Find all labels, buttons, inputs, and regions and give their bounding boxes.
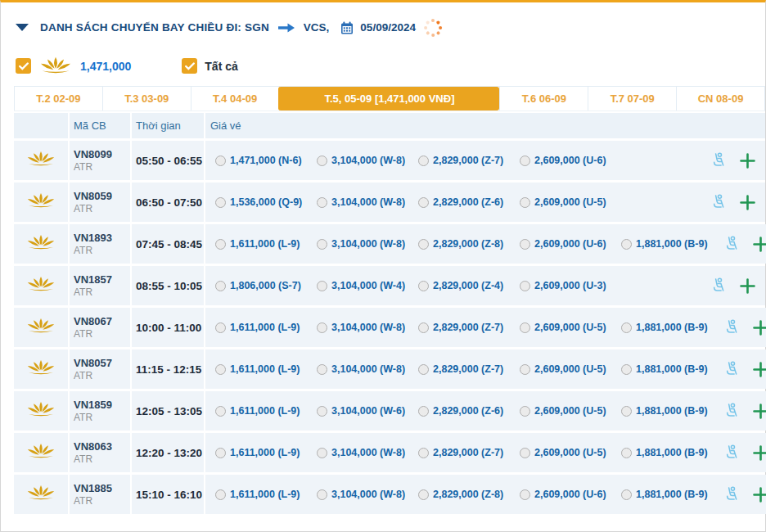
fare-radio[interactable] [418,448,429,458]
fare-radio[interactable] [317,156,327,166]
fare-radio[interactable] [418,156,429,166]
fare-option[interactable]: 1,611,000 (L-9) [215,405,317,417]
fare-option[interactable]: 1,881,000 (B-9) [621,489,723,500]
fare-radio[interactable] [317,322,327,333]
fare-radio[interactable] [621,489,632,500]
fare-option[interactable]: 1,806,000 (S-7) [215,280,317,291]
fare-option[interactable]: 1,611,000 (L-9) [215,363,317,375]
fare-radio[interactable] [215,156,226,166]
fare-option[interactable]: 1,611,000 (L-9) [215,238,317,250]
fare-radio[interactable] [520,197,530,208]
plus-icon[interactable] [740,153,755,169]
fare-option[interactable]: 2,609,000 (U-5) [520,196,621,208]
day-tab-4[interactable]: T.6 06-09 [499,87,588,110]
fare-radio[interactable] [520,448,530,458]
plus-icon[interactable] [753,320,766,336]
fare-option[interactable]: 2,609,000 (U-6) [520,489,621,500]
fare-option[interactable]: 3,104,000 (W-8) [317,447,418,458]
fare-option[interactable]: 2,829,000 (Z-8) [418,238,520,250]
plus-icon[interactable] [753,404,766,419]
fare-radio[interactable] [215,448,226,458]
fare-radio[interactable] [418,197,429,208]
fare-option[interactable]: 2,609,000 (U-6) [520,238,621,250]
seat-map-icon[interactable] [723,235,741,253]
airline-checkbox[interactable] [16,58,31,74]
fare-radio[interactable] [418,322,429,333]
fare-radio[interactable] [621,239,632,250]
fare-radio[interactable] [520,156,530,166]
day-tab-3[interactable]: T.5, 05-09 [1,471,000 VNĐ] [278,87,499,110]
fare-radio[interactable] [418,239,429,250]
seat-map-icon[interactable] [710,151,728,169]
fare-option[interactable]: 1,471,000 (N-6) [215,155,317,166]
seat-map-icon[interactable] [723,318,741,336]
calendar-icon[interactable] [340,21,354,34]
fare-radio[interactable] [317,364,327,375]
fare-option[interactable]: 3,104,000 (W-4) [317,280,418,291]
fare-radio[interactable] [621,364,632,375]
fare-option[interactable]: 2,609,000 (U-5) [520,447,621,458]
fare-radio[interactable] [215,489,226,500]
fare-radio[interactable] [215,239,226,250]
fare-option[interactable]: 3,104,000 (W-8) [317,363,418,375]
fare-radio[interactable] [520,489,530,500]
fare-option[interactable]: 1,611,000 (L-9) [215,447,317,458]
fare-option[interactable]: 3,104,000 (W-8) [317,155,418,166]
fare-option[interactable]: 2,609,000 (U-5) [520,322,621,333]
fare-option[interactable]: 2,609,000 (U-5) [520,363,621,375]
fare-radio[interactable] [215,197,226,208]
fare-radio[interactable] [215,364,226,375]
fare-radio[interactable] [621,406,632,417]
fare-option[interactable]: 1,881,000 (B-9) [621,447,723,458]
fare-option[interactable]: 1,881,000 (B-9) [621,238,723,250]
fare-option[interactable]: 2,829,000 (Z-6) [418,405,520,417]
fare-option[interactable]: 2,609,000 (U-5) [520,405,621,417]
fare-option[interactable]: 2,829,000 (Z-7) [418,155,520,166]
fare-radio[interactable] [418,281,429,291]
seat-map-icon[interactable] [710,193,728,211]
fare-option[interactable]: 1,881,000 (B-9) [621,322,723,333]
fare-radio[interactable] [215,281,226,291]
seat-map-icon[interactable] [723,402,741,420]
fare-radio[interactable] [317,406,327,417]
fare-radio[interactable] [520,364,530,375]
day-tab-5[interactable]: T.7 07-09 [588,87,676,110]
fare-option[interactable]: 3,104,000 (W-8) [317,238,418,250]
fare-option[interactable]: 2,829,000 (Z-8) [418,489,520,500]
fare-option[interactable]: 3,104,000 (W-8) [317,196,418,208]
fare-option[interactable]: 2,609,000 (U-6) [520,155,621,166]
fare-option[interactable]: 3,104,000 (W-8) [317,322,418,333]
fare-radio[interactable] [520,239,530,250]
plus-icon[interactable] [740,195,755,210]
day-tab-6[interactable]: CN 08-09 [676,87,765,110]
fare-radio[interactable] [520,322,530,333]
plus-icon[interactable] [753,362,766,377]
fare-option[interactable]: 1,536,000 (Q-9) [215,196,317,208]
fare-radio[interactable] [317,197,327,208]
fare-radio[interactable] [520,406,530,417]
day-tab-2[interactable]: T.4 04-09 [191,87,279,110]
seat-map-icon[interactable] [723,444,741,462]
fare-option[interactable]: 1,881,000 (B-9) [621,363,723,375]
fare-radio[interactable] [215,322,226,333]
fare-radio[interactable] [317,281,327,291]
fare-option[interactable]: 3,104,000 (W-6) [317,405,418,417]
fare-option[interactable]: 2,829,000 (Z-7) [418,363,520,375]
fare-option[interactable]: 1,611,000 (L-9) [215,489,317,500]
seat-map-icon[interactable] [723,485,741,503]
fare-radio[interactable] [621,322,632,333]
seat-map-icon[interactable] [710,277,728,295]
fare-option[interactable]: 2,829,000 (Z-6) [418,196,520,208]
fare-radio[interactable] [520,281,530,291]
fare-option[interactable]: 2,829,000 (Z-4) [418,280,520,291]
seat-map-icon[interactable] [723,360,741,378]
plus-icon[interactable] [753,445,766,461]
fare-radio[interactable] [418,406,429,417]
fare-option[interactable]: 1,611,000 (L-9) [215,322,317,333]
fare-radio[interactable] [317,448,327,458]
fare-radio[interactable] [418,489,429,500]
fare-option[interactable]: 1,881,000 (B-9) [621,405,723,417]
plus-icon[interactable] [740,278,755,294]
plus-icon[interactable] [753,237,766,252]
fare-radio[interactable] [317,239,327,250]
